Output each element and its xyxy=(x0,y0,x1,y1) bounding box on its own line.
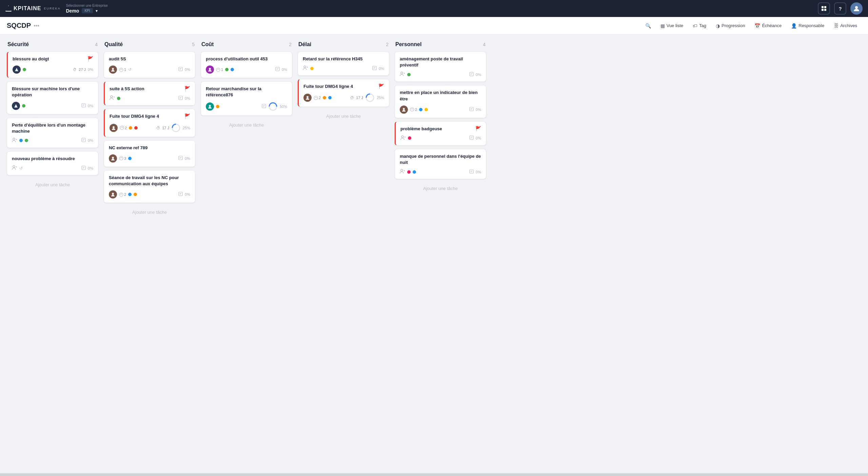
add-task-cout[interactable]: Ajouter une tâche xyxy=(201,119,292,131)
card-q1[interactable]: audit 5S 1 ↺ 0% xyxy=(104,52,195,78)
column-title-delai: Délai xyxy=(298,41,311,47)
person-add-icon[interactable] xyxy=(12,165,17,171)
card-q4[interactable]: NC externe ref 789 3 0% xyxy=(104,140,195,167)
calendar-icon: 📅 xyxy=(754,23,760,28)
attachment-icon[interactable] xyxy=(81,103,86,109)
svg-rect-13 xyxy=(82,138,85,142)
card-c2[interactable]: Retour marchandise sur la référence876 5… xyxy=(201,81,292,115)
card-footer: 3 0% xyxy=(109,154,190,163)
card-header-row: Fuite tour DMG4 ligne 4 🚩 xyxy=(110,113,190,123)
days-count: 17 J xyxy=(356,96,363,100)
svg-rect-30 xyxy=(179,96,182,100)
enterprise-selector[interactable]: Sélectionner une Entreprise Demo KPI ▾ xyxy=(66,4,813,14)
card-footer: 50% xyxy=(206,102,287,111)
card-header-row: Retard sur la référence H345 xyxy=(303,56,384,65)
attachment-icon[interactable] xyxy=(178,192,183,197)
page-title: SQCDP xyxy=(7,22,31,30)
card-q5[interactable]: Séance de travail sur les NC pour commun… xyxy=(104,170,195,203)
search-button[interactable]: 🔍 xyxy=(641,21,655,31)
percent-badge: 0% xyxy=(185,96,190,100)
attachment-icon[interactable] xyxy=(469,169,474,175)
nav-icons: ? xyxy=(818,2,863,15)
card-footer: 1 ↺ 0% xyxy=(109,65,190,74)
card-footer: 1 0% xyxy=(206,65,287,74)
svg-marker-5 xyxy=(15,68,18,71)
card-s4[interactable]: nouveau problème à résoudre ↺ 0% xyxy=(7,151,98,175)
card-footer: 0% xyxy=(110,95,190,101)
card-title: problème badgeuse xyxy=(400,126,442,132)
svg-point-79 xyxy=(401,136,403,138)
svg-rect-7 xyxy=(82,103,85,107)
attachment-icon[interactable] xyxy=(262,104,266,109)
add-task-personnel[interactable]: Ajouter une tâche xyxy=(395,183,486,194)
svg-rect-39 xyxy=(179,156,182,160)
svg-rect-53 xyxy=(262,104,266,108)
progression-icon: ◑ xyxy=(716,23,720,28)
svg-rect-2 xyxy=(822,9,824,11)
card-title: Retour marchandise sur la référence876 xyxy=(206,86,287,98)
attachment-icon[interactable] xyxy=(81,166,86,171)
person-add-icon[interactable] xyxy=(400,135,406,141)
sub-navbar: SQCDP ••• 🔍 ▦ Vue liste 🏷 Tag ◑ Progress… xyxy=(0,17,868,35)
person-add-icon[interactable] xyxy=(400,169,405,175)
responsable-button[interactable]: 👤 Responsable xyxy=(787,21,828,31)
attachment-icon[interactable] xyxy=(178,156,183,161)
card-p3[interactable]: problème badgeuse 🚩 0% xyxy=(395,121,486,146)
add-task-delai[interactable]: Ajouter une tâche xyxy=(298,110,389,122)
card-q2[interactable]: suite à 5S action 🚩 0% xyxy=(104,81,195,106)
card-p4[interactable]: manque de personnel dans l'équipe de nui… xyxy=(395,149,486,179)
add-task-securite[interactable]: Ajouter une tâche xyxy=(7,179,98,191)
attachment-icon[interactable] xyxy=(469,107,474,112)
card-s1[interactable]: blessure au doigt 🚩 ⏱ 27 J0% xyxy=(7,52,98,78)
card-footer-right: 0% xyxy=(81,138,93,143)
add-task-qualite[interactable]: Ajouter une tâche xyxy=(104,206,195,218)
attachment-icon[interactable] xyxy=(178,67,183,72)
card-title: audit 5S xyxy=(109,56,126,62)
svg-point-65 xyxy=(314,96,318,100)
page-menu-icon[interactable]: ••• xyxy=(34,23,39,29)
help-icon-button[interactable]: ? xyxy=(834,2,846,15)
tag-button[interactable]: 🏷 Tag xyxy=(689,21,710,31)
progression-button[interactable]: ◑ Progression xyxy=(712,21,749,31)
echeance-button[interactable]: 📅 Échéance xyxy=(750,21,786,31)
card-p1[interactable]: aménagement poste de travail préventif 0… xyxy=(395,52,486,82)
grid-icon-button[interactable] xyxy=(818,2,830,15)
attachment-icon[interactable] xyxy=(81,138,86,143)
person-add-icon[interactable] xyxy=(400,72,405,77)
card-header-row: nouveau problème à résoudre xyxy=(12,156,93,165)
card-d1[interactable]: Retard sur la référence H345 0% xyxy=(298,52,389,76)
attachment-icon[interactable] xyxy=(178,96,183,101)
card-s2[interactable]: Blessure sur machine lors d'une opératio… xyxy=(7,81,98,114)
person-add-icon[interactable] xyxy=(12,138,17,144)
refresh-icon[interactable]: ↺ xyxy=(19,166,23,171)
archives-button[interactable]: 🗄 Archives xyxy=(830,21,861,31)
card-q3[interactable]: Fuite tour DMG4 ligne 4 🚩 2 ⏱ 17 J 25% xyxy=(104,109,195,137)
attachment-icon[interactable] xyxy=(275,67,280,72)
card-c1[interactable]: process d'utilisation outil 453 1 0% xyxy=(201,52,292,78)
card-p2[interactable]: mettre en place un indicateur de bien êt… xyxy=(395,85,486,118)
card-header-row: process d'utilisation outil 453 xyxy=(206,56,287,65)
svg-point-85 xyxy=(401,169,403,171)
card-header-row: aménagement poste de travail préventif xyxy=(400,56,481,72)
card-title: Séance de travail sur les NC pour commun… xyxy=(109,175,190,187)
attachment-icon[interactable] xyxy=(469,135,474,141)
bottom-scrollbar[interactable] xyxy=(0,473,868,476)
board: Sécurité 4 blessure au doigt 🚩 ⏱ 27 J0% … xyxy=(7,41,861,218)
user-avatar[interactable] xyxy=(850,2,863,15)
person-add-icon[interactable] xyxy=(110,95,115,101)
card-header-row: mettre en place un indicateur de bien êt… xyxy=(400,90,481,105)
refresh-icon[interactable]: ↺ xyxy=(128,67,132,72)
card-d2[interactable]: Fuite tour DMG4 ligne 4 🚩 2 ⏱ 17 J 25% xyxy=(298,79,389,107)
card-header-row: Blessure sur machine lors d'une opératio… xyxy=(12,86,93,101)
card-s3[interactable]: Perte d'équilibre lors d'un montage mach… xyxy=(7,118,98,148)
card-header-row: problème badgeuse 🚩 xyxy=(400,126,481,135)
vue-liste-button[interactable]: ▦ Vue liste xyxy=(656,21,687,31)
percent-badge: 0% xyxy=(282,68,287,72)
svg-rect-82 xyxy=(470,136,473,139)
dropdown-arrow-icon[interactable]: ▾ xyxy=(96,8,98,13)
attachment-icon[interactable] xyxy=(372,66,377,71)
person-add-icon[interactable] xyxy=(303,65,308,71)
svg-rect-19 xyxy=(82,166,85,170)
attachment-icon[interactable] xyxy=(469,72,474,77)
card-title: manque de personnel dans l'équipe de nui… xyxy=(400,153,481,166)
